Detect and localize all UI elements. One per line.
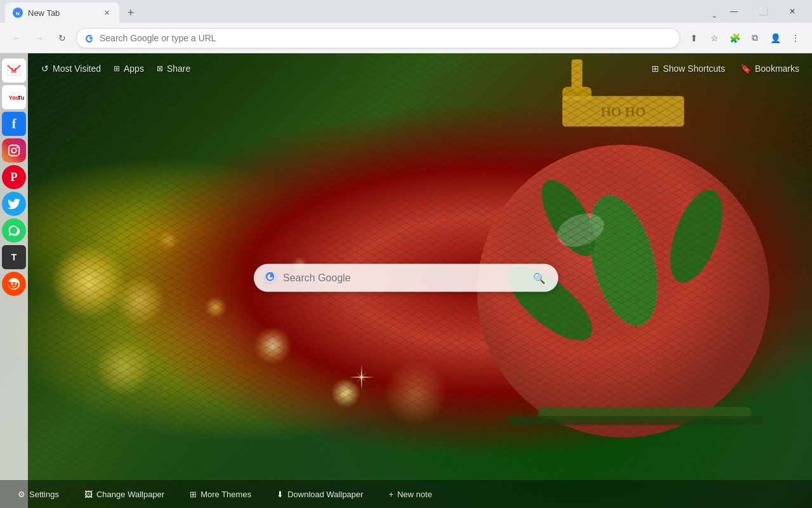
search-button[interactable]: 🔍 xyxy=(530,269,548,287)
sidebar-item-instagram[interactable] xyxy=(2,138,26,163)
bottom-bar: ⚙ Settings 🖼 Change Wallpaper ⊞ More The… xyxy=(0,480,812,508)
download-wallpaper-icon: ⬇ xyxy=(277,490,284,499)
sidebar-item-whatsapp[interactable] xyxy=(2,218,26,243)
maximize-button[interactable]: ⬜ xyxy=(749,3,778,20)
show-shortcuts-icon: ⊞ xyxy=(652,64,659,74)
svg-point-23 xyxy=(11,148,16,152)
new-tab-button[interactable]: + xyxy=(122,4,140,22)
svg-point-24 xyxy=(16,147,18,149)
extensions-icon[interactable]: 🧩 xyxy=(726,29,743,47)
sidebar-item-reddit[interactable] xyxy=(2,272,26,296)
share-icon: ⊠ xyxy=(157,64,163,73)
settings-icon: ⚙ xyxy=(18,490,25,499)
tab-bar: N New Tab ✕ + ⌄ — ⬜ ✕ xyxy=(0,0,812,23)
sidebar-item-facebook[interactable]: f xyxy=(2,112,26,136)
address-input-wrap[interactable] xyxy=(76,28,680,48)
svg-text:Tube: Tube xyxy=(18,95,24,101)
download-wallpaper-button[interactable]: ⬇ Download Wallpaper xyxy=(272,487,368,502)
toolbar-icons: ⬆ ☆ 🧩 ⧉ 👤 ⋮ xyxy=(685,29,804,47)
search-container: 🔍 xyxy=(254,264,558,292)
sidebar-item-pinterest[interactable]: P xyxy=(2,165,26,189)
tab-close-button[interactable]: ✕ xyxy=(102,8,112,18)
bookmark-icon[interactable]: ☆ xyxy=(705,29,723,47)
minimize-button[interactable]: — xyxy=(719,3,749,20)
active-tab[interactable]: N New Tab ✕ xyxy=(5,3,119,23)
side-panel: M YouTube f P xyxy=(0,53,28,508)
change-wallpaper-label: Change Wallpaper xyxy=(96,490,164,499)
new-note-icon: + xyxy=(389,490,394,499)
bookmarks-label: Bookmarks xyxy=(755,64,799,74)
apps-icon: ⊞ xyxy=(114,64,120,73)
apps-link[interactable]: ⊞ Apps xyxy=(107,61,150,76)
svg-text:N: N xyxy=(16,11,20,17)
more-themes-icon: ⊞ xyxy=(190,490,197,499)
change-wallpaper-icon: 🖼 xyxy=(84,490,93,499)
forward-button[interactable]: → xyxy=(30,29,48,47)
download-wallpaper-label: Download Wallpaper xyxy=(287,490,363,499)
menu-icon[interactable]: ⋮ xyxy=(787,29,804,47)
address-input[interactable] xyxy=(100,33,672,43)
show-shortcuts-label: Show Shortcuts xyxy=(663,64,725,74)
tab-list-button[interactable]: ⌄ xyxy=(709,10,719,20)
svg-text:M: M xyxy=(11,67,16,74)
main-content: HO HO xyxy=(0,53,812,508)
settings-label: Settings xyxy=(29,490,59,499)
most-visited-link[interactable]: ↺ Most Visited xyxy=(35,61,107,76)
nav-right: ⊞ Show Shortcuts 🔖 Bookmarks xyxy=(645,61,806,76)
window-controls: — ⬜ ✕ xyxy=(719,3,807,20)
apps-label: Apps xyxy=(124,64,144,74)
search-input[interactable] xyxy=(283,272,524,284)
browser-frame: N New Tab ✕ + ⌄ — ⬜ ✕ ← → ↻ ⬆ ☆ 🧩 xyxy=(0,0,812,508)
google-logo xyxy=(84,33,95,43)
tab-controls: ⌄ xyxy=(709,10,719,20)
most-visited-label: Most Visited xyxy=(53,64,101,74)
sidebar-item-twitter[interactable] xyxy=(2,192,26,216)
more-themes-button[interactable]: ⊞ More Themes xyxy=(185,487,256,502)
address-bar: ← → ↻ ⬆ ☆ 🧩 ⧉ 👤 ⋮ xyxy=(0,23,812,53)
sidebar-item-app[interactable]: T xyxy=(2,245,26,269)
most-visited-icon: ↺ xyxy=(41,64,49,74)
show-shortcuts-link[interactable]: ⊞ Show Shortcuts xyxy=(645,61,731,76)
more-themes-label: More Themes xyxy=(200,490,251,499)
profile-icon[interactable]: 👤 xyxy=(766,29,784,47)
back-button[interactable]: ← xyxy=(8,29,25,47)
split-view-icon[interactable]: ⧉ xyxy=(746,29,764,47)
search-box: 🔍 xyxy=(254,264,558,292)
refresh-button[interactable]: ↻ xyxy=(53,29,71,47)
tab-title: New Tab xyxy=(28,8,96,18)
top-nav: ↺ Most Visited ⊞ Apps ⊠ Share ⊞ Show Sho… xyxy=(35,61,806,76)
share-label: Share xyxy=(167,64,190,74)
sidebar-item-youtube[interactable]: YouTube xyxy=(2,85,26,109)
close-button[interactable]: ✕ xyxy=(778,3,807,20)
new-note-label: New note xyxy=(397,490,432,499)
settings-button[interactable]: ⚙ Settings xyxy=(13,487,64,502)
tab-favicon: N xyxy=(13,8,23,18)
sidebar-item-gmail[interactable]: M xyxy=(2,58,26,83)
search-google-logo xyxy=(264,272,277,284)
bookmarks-icon: 🔖 xyxy=(740,64,751,74)
change-wallpaper-button[interactable]: 🖼 Change Wallpaper xyxy=(79,487,169,502)
share-link[interactable]: ⊠ Share xyxy=(150,61,197,76)
bookmarks-link[interactable]: 🔖 Bookmarks xyxy=(734,61,806,76)
share-page-icon[interactable]: ⬆ xyxy=(685,29,703,47)
new-note-button[interactable]: + New note xyxy=(384,487,438,502)
